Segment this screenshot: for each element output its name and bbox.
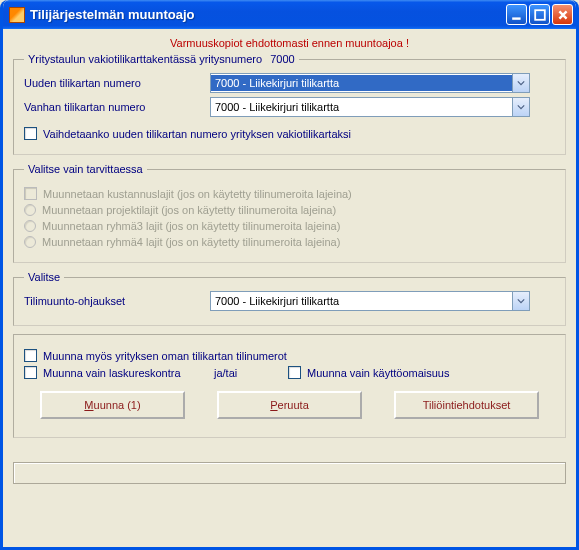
client-area: Varmuuskopiot ehdottomasti ennen muuntoa… [3,29,576,494]
warning-text: Varmuuskopiot ehdottomasti ennen muuntoa… [13,37,566,49]
mapping-combo[interactable]: 7000 - Liikekirjuri tilikartta [210,291,530,311]
window-title: Tilijärjestelmän muuntoajo [30,7,506,22]
new-chart-label: Uuden tilikartan numero [24,77,204,89]
own-chart-label: Muunna myös yrityksen oman tilikartan ti… [43,350,287,362]
new-chart-value: 7000 - Liikekirjuri tilikartta [211,75,512,91]
swap-default-label: Vaihdetaanko uuden tilikartan numero yri… [43,128,351,140]
chevron-down-icon[interactable] [512,98,529,116]
projecttypes-radio [24,204,36,216]
own-chart-checkbox[interactable] [24,349,37,362]
suggestions-button-label: Tiliöintiehdotukset [423,399,511,411]
only-ar-checkbox[interactable] [24,366,37,379]
group3types-label: Muunnetaan ryhmä3 lajit (jos on käytetty… [42,220,340,232]
costtypes-label: Muunnetaan kustannuslajit (jos on käytet… [43,188,352,200]
group1-legend-text: Yritystaulun vakiotilikarttakentässä yri… [28,53,262,65]
suggestions-button[interactable]: Tiliöintiehdotukset [394,391,539,419]
chevron-down-icon[interactable] [512,74,529,92]
convert-button-label: uunna (1) [94,399,141,411]
group-company-chart: Yritystaulun vakiotilikarttakentässä yri… [13,53,566,155]
app-icon [9,7,25,23]
minimize-button[interactable] [506,4,527,25]
chevron-down-icon[interactable] [512,292,529,310]
group3-legend: Valitse [24,271,64,283]
swap-default-checkbox[interactable] [24,127,37,140]
group-select: Valitse Tilimuunto-ohjaukset 7000 - Liik… [13,271,566,326]
old-chart-label: Vanhan tilikartan numero [24,101,204,113]
titlebar[interactable]: Tilijärjestelmän muuntoajo [3,0,576,29]
group2-legend: Valitse vain tarvittaessa [24,163,147,175]
cancel-button-label: eruuta [278,399,309,411]
group3types-radio [24,220,36,232]
maximize-button[interactable] [529,4,550,25]
only-fa-checkbox[interactable] [288,366,301,379]
convert-button[interactable]: Muunna (1) [40,391,185,419]
svg-rect-1 [535,10,545,20]
cancel-button[interactable]: Peruuta [217,391,362,419]
close-button[interactable] [552,4,573,25]
projecttypes-label: Muunnetaan projektilajit (jos on käytett… [42,204,336,216]
mapping-value: 7000 - Liikekirjuri tilikartta [211,293,512,309]
group4types-radio [24,236,36,248]
old-chart-combo[interactable]: 7000 - Liikekirjuri tilikartta [210,97,530,117]
costtypes-checkbox [24,187,37,200]
mapping-label: Tilimuunto-ohjaukset [24,295,204,307]
andor-label: ja/tai [214,367,282,379]
only-ar-label: Muunna vain laskureskontra [43,367,208,379]
group-select-if-needed: Valitse vain tarvittaessa Muunnetaan kus… [13,163,566,263]
window-controls [506,4,573,25]
group4types-label: Muunnetaan ryhmä4 lajit (jos on käytetty… [42,236,340,248]
new-chart-combo[interactable]: 7000 - Liikekirjuri tilikartta [210,73,530,93]
old-chart-value: 7000 - Liikekirjuri tilikartta [211,99,512,115]
group1-legend: Yritystaulun vakiotilikarttakentässä yri… [24,53,299,65]
only-fa-label: Muunna vain käyttöomaisuus [307,367,449,379]
app-window: Tilijärjestelmän muuntoajo Varmuuskopiot… [0,0,579,550]
svg-rect-0 [512,17,520,19]
group-convert-options: Muunna myös yrityksen oman tilikartan ti… [13,334,566,438]
status-bar [13,462,566,484]
group1-legend-value: 7000 [270,53,294,65]
